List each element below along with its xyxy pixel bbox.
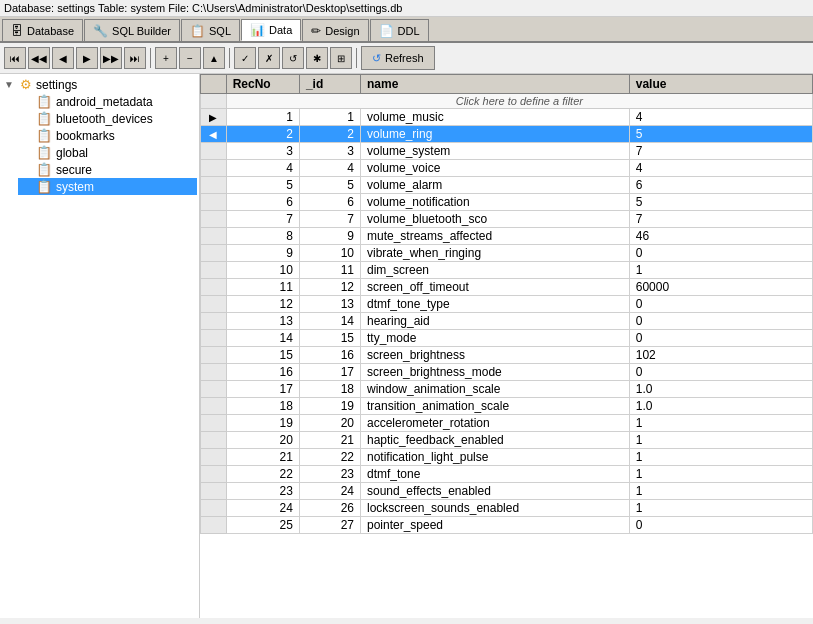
cell-recno: 5 [226, 177, 299, 194]
cell-name: dim_screen [360, 262, 629, 279]
table-row[interactable]: 55volume_alarm6 [201, 177, 813, 194]
tab-data[interactable]: 📊Data [241, 19, 301, 41]
cell-recno: 22 [226, 466, 299, 483]
asterisk-btn[interactable]: ✱ [306, 47, 328, 69]
table-row[interactable]: 1516screen_brightness102 [201, 347, 813, 364]
cell-id: 2 [299, 126, 360, 143]
col-header-value[interactable]: value [629, 75, 812, 94]
nav-last-btn[interactable]: ⏭ [124, 47, 146, 69]
cell-recno: 20 [226, 432, 299, 449]
sql-tab-icon: 📋 [190, 24, 205, 38]
cell-id: 18 [299, 381, 360, 398]
cell-value: 5 [629, 194, 812, 211]
table-row[interactable]: ◀22volume_ring5 [201, 126, 813, 143]
nav-next-next-btn[interactable]: ▶▶ [100, 47, 122, 69]
add-record-btn[interactable]: + [155, 47, 177, 69]
tab-design[interactable]: ✏Design [302, 19, 368, 41]
sidebar-item-bluetooth-devices[interactable]: 📋bluetooth_devices [18, 110, 197, 127]
table-row[interactable]: 1213dtmf_tone_type0 [201, 296, 813, 313]
nav-next-btn[interactable]: ▶ [76, 47, 98, 69]
cell-value: 1 [629, 262, 812, 279]
nav-prev-btn[interactable]: ◀ [52, 47, 74, 69]
row-indicator [201, 177, 227, 194]
filter-row[interactable]: Click here to define a filter [201, 94, 813, 109]
cell-name: mute_streams_affected [360, 228, 629, 245]
refresh-button[interactable]: ↺ Refresh [361, 46, 435, 70]
cell-value: 1 [629, 449, 812, 466]
table-row[interactable]: 2122notification_light_pulse1 [201, 449, 813, 466]
table-row[interactable]: 89mute_streams_affected46 [201, 228, 813, 245]
sidebar-root[interactable]: ▼ ⚙ settings [2, 76, 197, 93]
cell-id: 20 [299, 415, 360, 432]
cell-id: 22 [299, 449, 360, 466]
sidebar-item-system[interactable]: 📋system [18, 178, 197, 195]
table-row[interactable]: 1617screen_brightness_mode0 [201, 364, 813, 381]
table-row[interactable]: 66volume_notification5 [201, 194, 813, 211]
column-header-row: RecNo_idnamevalue [201, 75, 813, 94]
main-layout: ▼ ⚙ settings 📋android_metadata📋bluetooth… [0, 74, 813, 618]
table-row[interactable]: 2527pointer_speed0 [201, 517, 813, 534]
cell-id: 14 [299, 313, 360, 330]
tab-sql-builder[interactable]: 🔧SQL Builder [84, 19, 180, 41]
col-header-indicator [201, 75, 227, 94]
table-row[interactable]: 1112screen_off_timeout60000 [201, 279, 813, 296]
filter-cell[interactable]: Click here to define a filter [226, 94, 812, 109]
cell-id: 23 [299, 466, 360, 483]
tab-sql[interactable]: 📋SQL [181, 19, 240, 41]
table-row[interactable]: 1920accelerometer_rotation1 [201, 415, 813, 432]
cell-value: 6 [629, 177, 812, 194]
table-row[interactable]: 1415tty_mode0 [201, 330, 813, 347]
undo-btn[interactable]: ↺ [282, 47, 304, 69]
cell-name: sound_effects_enabled [360, 483, 629, 500]
design-tab-icon: ✏ [311, 24, 321, 38]
cancel-btn[interactable]: ✗ [258, 47, 280, 69]
table-row[interactable]: 2021haptic_feedback_enabled1 [201, 432, 813, 449]
grid-btn[interactable]: ⊞ [330, 47, 352, 69]
cell-recno: 8 [226, 228, 299, 245]
sidebar-item-global[interactable]: 📋global [18, 144, 197, 161]
cell-id: 6 [299, 194, 360, 211]
sidebar-item-secure[interactable]: 📋secure [18, 161, 197, 178]
table-row[interactable]: 44volume_voice4 [201, 160, 813, 177]
nav-first-btn[interactable]: ⏮ [4, 47, 26, 69]
cell-id: 3 [299, 143, 360, 160]
cell-recno: 4 [226, 160, 299, 177]
table-row[interactable]: 2426lockscreen_sounds_enabled1 [201, 500, 813, 517]
col-header-_id[interactable]: _id [299, 75, 360, 94]
tab-ddl[interactable]: 📄DDL [370, 19, 429, 41]
col-header-RecNo[interactable]: RecNo [226, 75, 299, 94]
cell-id: 12 [299, 279, 360, 296]
cell-recno: 6 [226, 194, 299, 211]
table-row[interactable]: 910vibrate_when_ringing0 [201, 245, 813, 262]
row-indicator [201, 245, 227, 262]
cell-name: volume_alarm [360, 177, 629, 194]
nav-prev-prev-btn[interactable]: ◀◀ [28, 47, 50, 69]
cell-recno: 11 [226, 279, 299, 296]
sidebar-item-android-metadata[interactable]: 📋android_metadata [18, 93, 197, 110]
data-grid[interactable]: RecNo_idnamevalue Click here to define a… [200, 74, 813, 618]
row-indicator: ◀ [201, 126, 227, 143]
tab-database[interactable]: 🗄Database [2, 19, 83, 41]
table-row[interactable]: 77volume_bluetooth_sco7 [201, 211, 813, 228]
cell-id: 15 [299, 330, 360, 347]
cell-recno: 25 [226, 517, 299, 534]
table-row[interactable]: 33volume_system7 [201, 143, 813, 160]
table-row[interactable]: 1314hearing_aid0 [201, 313, 813, 330]
table-row[interactable]: ▶11volume_music4 [201, 109, 813, 126]
sidebar-item-bookmarks[interactable]: 📋bookmarks [18, 127, 197, 144]
row-indicator [201, 415, 227, 432]
cell-name: volume_music [360, 109, 629, 126]
cell-name: vibrate_when_ringing [360, 245, 629, 262]
table-row[interactable]: 1718window_animation_scale1.0 [201, 381, 813, 398]
table-row[interactable]: 2223dtmf_tone1 [201, 466, 813, 483]
delete-record-btn[interactable]: − [179, 47, 201, 69]
apply-btn[interactable]: ✓ [234, 47, 256, 69]
row-indicator [201, 160, 227, 177]
cell-value: 7 [629, 211, 812, 228]
table-row[interactable]: 1819transition_animation_scale1.0 [201, 398, 813, 415]
move-up-btn[interactable]: ▲ [203, 47, 225, 69]
col-header-name[interactable]: name [360, 75, 629, 94]
cell-recno: 18 [226, 398, 299, 415]
table-row[interactable]: 1011dim_screen1 [201, 262, 813, 279]
table-row[interactable]: 2324sound_effects_enabled1 [201, 483, 813, 500]
